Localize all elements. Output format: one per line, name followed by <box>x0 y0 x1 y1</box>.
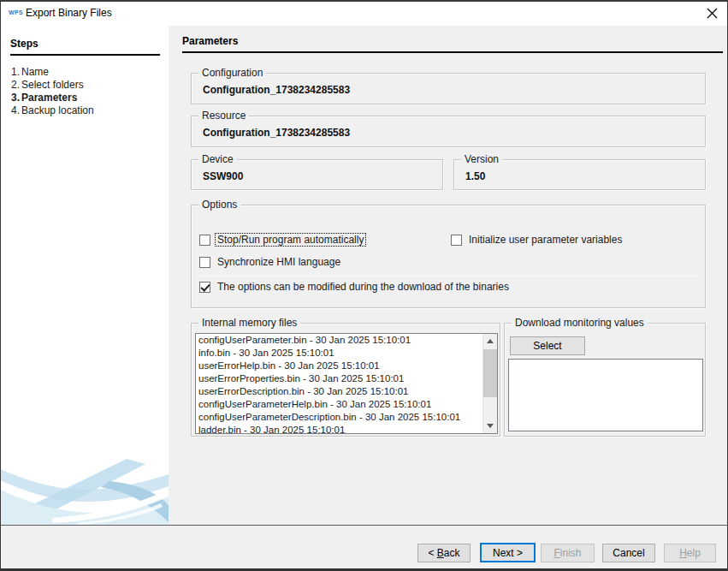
monitoring-values-listbox[interactable] <box>508 359 703 431</box>
configuration-label: Configuration <box>198 67 266 79</box>
back-button[interactable]: < Back <box>417 544 471 562</box>
page-title: Parameters <box>182 35 723 53</box>
steps-list: 1. Name 2. Select folders 3. Parameters … <box>0 66 169 117</box>
arrow-down-icon <box>487 424 494 428</box>
decorative-swoosh-graphic <box>0 435 169 525</box>
version-label: Version <box>461 153 502 165</box>
scroll-up-arrow[interactable] <box>483 334 497 348</box>
options-label: Options <box>198 199 240 211</box>
checkbox-box[interactable] <box>451 235 462 246</box>
checkbox-box[interactable] <box>199 282 210 293</box>
checkbox-label: The options can be modified during the d… <box>216 281 511 293</box>
scroll-down-arrow[interactable] <box>483 419 497 433</box>
step-item-backup-location: 4. Backup location <box>0 104 169 117</box>
download-monitoring-label: Download monitoring values <box>512 317 648 329</box>
finish-button: Finish <box>541 544 595 562</box>
wizard-steps-panel: Steps 1. Name 2. Select folders 3. Param… <box>0 26 169 525</box>
options-separator <box>195 276 701 277</box>
arrow-up-icon <box>487 339 494 343</box>
step-number: 1. <box>0 66 21 79</box>
step-number: 2. <box>0 79 21 92</box>
step-item-select-folders: 2. Select folders <box>0 79 169 92</box>
version-group: Version 1.50 <box>453 159 706 190</box>
select-button[interactable]: Select <box>510 336 585 355</box>
version-value: 1.50 <box>465 170 485 182</box>
checkbox-options-modifiable[interactable]: The options can be modified during the d… <box>199 281 511 293</box>
help-button: Help <box>664 544 716 562</box>
close-icon <box>707 8 718 19</box>
dialog-footer: < Back Next > Finish Cancel Help <box>0 525 728 571</box>
checkbox-label: Synchronize HMI language <box>216 256 342 268</box>
step-number: 4. <box>0 104 21 117</box>
list-item[interactable]: userErrorProperties.bin - 30 Jan 2025 15… <box>196 372 497 385</box>
checkbox-synchronize-hmi-language[interactable]: Synchronize HMI language <box>199 256 342 268</box>
step-label: Backup location <box>21 104 94 117</box>
step-label: Parameters <box>21 92 77 104</box>
titlebar: WPS Export Binary Files <box>0 0 728 26</box>
resource-label: Resource <box>198 110 249 122</box>
resource-group: Resource Configuration_1738234285583 <box>191 116 706 147</box>
checkbox-box[interactable] <box>199 257 210 268</box>
checkbox-stop-run-program[interactable]: Stop/Run program automatically <box>199 234 365 246</box>
download-monitoring-group: Download monitoring values Select <box>504 323 706 437</box>
checkbox-label: Stop/Run program automatically <box>216 234 365 246</box>
cancel-button[interactable]: Cancel <box>602 544 655 562</box>
list-item[interactable]: configUserParameter.bin - 30 Jan 2025 15… <box>196 334 497 347</box>
list-item[interactable]: userErrorHelp.bin - 30 Jan 2025 15:10:01 <box>196 360 497 372</box>
checkbox-box[interactable] <box>199 235 210 246</box>
options-group: Options Stop/Run program automatically I… <box>191 205 706 308</box>
resource-value: Configuration_1738234285583 <box>203 127 350 139</box>
configuration-group: Configuration Configuration_173823428558… <box>191 73 706 104</box>
checkbox-initialize-user-parameters[interactable]: Initialize user parameter variables <box>451 234 624 246</box>
configuration-value: Configuration_1738234285583 <box>203 84 350 96</box>
step-label: Name <box>21 66 49 79</box>
list-item[interactable]: info.bin - 30 Jan 2025 15:10:01 <box>196 347 497 360</box>
device-group: Device SSW900 <box>191 159 443 190</box>
vertical-scrollbar[interactable] <box>482 334 497 433</box>
list-item[interactable]: userErrorDescription.bin - 30 Jan 2025 1… <box>196 385 497 398</box>
step-item-parameters: 3. Parameters <box>0 92 169 104</box>
step-label: Select folders <box>21 79 84 92</box>
device-value: SSW900 <box>203 170 243 182</box>
next-button[interactable]: Next > <box>480 543 536 562</box>
parameters-page: Parameters Configuration Configuration_1… <box>169 26 728 525</box>
window-title: Export Binary Files <box>26 7 112 19</box>
close-button[interactable] <box>701 3 723 22</box>
device-label: Device <box>198 153 237 165</box>
list-item[interactable]: configUserParameterHelp.bin - 30 Jan 202… <box>196 398 497 411</box>
scrollbar-thumb[interactable] <box>483 349 497 397</box>
checkbox-label: Initialize user parameter variables <box>467 234 624 246</box>
step-item-name: 1. Name <box>0 66 169 79</box>
list-item[interactable]: ladder.bin - 30 Jan 2025 15:10:01 <box>196 424 497 434</box>
steps-heading: Steps <box>10 38 160 56</box>
internal-memory-files-label: Internal memory files <box>198 317 300 329</box>
app-logo-icon: WPS <box>9 9 23 15</box>
internal-memory-files-group: Internal memory files configUserParamete… <box>191 323 500 437</box>
list-item[interactable]: configUserParameterDescription.bin - 30 … <box>196 411 497 424</box>
step-number: 3. <box>0 92 21 104</box>
internal-files-listbox[interactable]: configUserParameter.bin - 30 Jan 2025 15… <box>195 333 498 434</box>
